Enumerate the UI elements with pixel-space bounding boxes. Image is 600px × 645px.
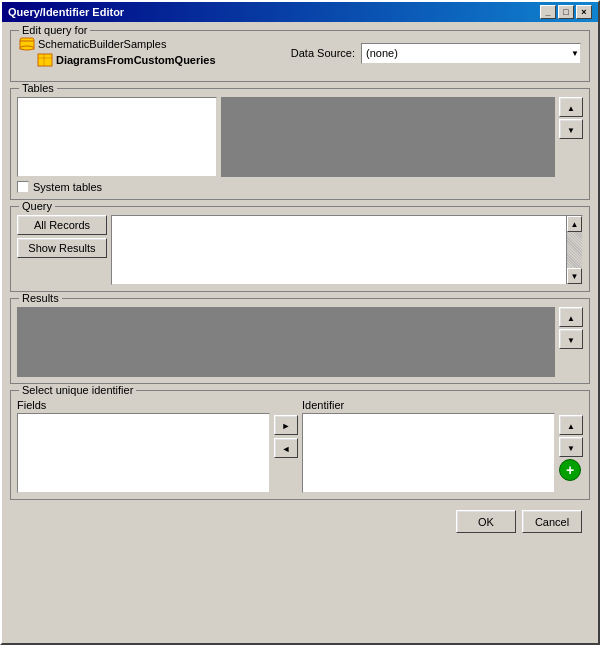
arrow-left-icon — [282, 442, 291, 454]
tree-parent-item: SchematicBuilderSamples — [19, 37, 216, 51]
down-arrow-icon — [567, 123, 575, 135]
fields-list[interactable] — [17, 413, 270, 493]
query-title: Query — [19, 200, 55, 212]
mid-buttons — [274, 399, 298, 458]
arrow-right-icon — [282, 419, 291, 431]
tables-right-area — [221, 97, 555, 177]
results-area — [17, 307, 555, 377]
window-body: Edit query for SchematicBuilderSamples — [2, 22, 598, 549]
right-buttons: + — [559, 399, 583, 481]
show-results-button[interactable]: Show Results — [17, 238, 107, 258]
results-section: Results — [10, 298, 590, 384]
results-up-button[interactable] — [559, 307, 583, 327]
results-arrow-buttons — [559, 307, 583, 349]
up-arrow-icon — [567, 101, 575, 113]
identifier-down-icon — [567, 441, 575, 453]
query-text-area[interactable]: ▲ ▼ — [111, 215, 583, 285]
edit-query-section: Edit query for SchematicBuilderSamples — [10, 30, 590, 82]
system-tables-label: System tables — [33, 181, 102, 193]
tables-title: Tables — [19, 82, 57, 94]
tables-up-button[interactable] — [559, 97, 583, 117]
query-scrollbar[interactable]: ▲ ▼ — [566, 216, 582, 284]
data-source-label: Data Source: — [291, 47, 355, 59]
data-source-select[interactable]: (none) — [361, 43, 581, 64]
svg-point-2 — [20, 46, 34, 50]
results-content — [17, 307, 583, 377]
close-button[interactable]: × — [576, 5, 592, 19]
tables-content — [17, 97, 583, 177]
fields-label: Fields — [17, 399, 270, 411]
tree-child-item: DiagramsFromCustomQueries — [37, 53, 216, 67]
edit-query-label: Edit query for — [19, 24, 90, 36]
plus-icon: + — [566, 462, 574, 478]
identifier-up-button[interactable] — [559, 415, 583, 435]
scrollbar-up-btn[interactable]: ▲ — [567, 216, 582, 232]
title-bar-buttons: _ □ × — [540, 5, 592, 19]
identifier-down-button[interactable] — [559, 437, 583, 457]
query-section: Query All Records Show Results ▲ ▼ — [10, 206, 590, 292]
identifier-section: Select unique identifier Fields — [10, 390, 590, 500]
cancel-button[interactable]: Cancel — [522, 510, 582, 533]
data-source-select-wrapper: (none) — [361, 43, 581, 64]
move-left-button[interactable] — [274, 438, 298, 458]
scrollbar-track — [567, 232, 582, 268]
title-bar: Query/Identifier Editor _ □ × — [2, 2, 598, 22]
footer-bar: OK Cancel — [10, 506, 590, 541]
results-down-icon — [567, 333, 575, 345]
results-title: Results — [19, 292, 62, 304]
query-content: All Records Show Results ▲ ▼ — [17, 215, 583, 285]
tree-child-label: DiagramsFromCustomQueries — [56, 54, 216, 66]
tree-child-container: DiagramsFromCustomQueries — [37, 53, 216, 67]
ok-button[interactable]: OK — [456, 510, 516, 533]
tables-section: Tables System tables — [10, 88, 590, 200]
minimize-button[interactable]: _ — [540, 5, 556, 19]
identifier-label: Identifier — [302, 399, 555, 411]
add-identifier-button[interactable]: + — [559, 459, 581, 481]
database-icon — [19, 37, 35, 51]
svg-rect-3 — [38, 54, 52, 66]
results-up-icon — [567, 311, 575, 323]
move-right-button[interactable] — [274, 415, 298, 435]
window-title: Query/Identifier Editor — [8, 6, 124, 18]
identifier-box: Identifier — [302, 399, 555, 493]
table-icon — [37, 53, 53, 67]
tree-parent-label: SchematicBuilderSamples — [38, 38, 166, 50]
scrollbar-down-btn[interactable]: ▼ — [567, 268, 582, 284]
maximize-button[interactable]: □ — [558, 5, 574, 19]
identifier-title: Select unique identifier — [19, 384, 136, 396]
data-source-row: Data Source: (none) — [291, 43, 581, 64]
all-records-button[interactable]: All Records — [17, 215, 107, 235]
tables-left-list[interactable] — [17, 97, 217, 177]
tables-arrow-buttons — [559, 97, 583, 139]
system-tables-checkbox[interactable] — [17, 181, 29, 193]
identifier-list[interactable] — [302, 413, 555, 493]
main-window: Query/Identifier Editor _ □ × Edit query… — [0, 0, 600, 645]
results-down-button[interactable] — [559, 329, 583, 349]
query-buttons: All Records Show Results — [17, 215, 107, 285]
identifier-up-icon — [567, 419, 575, 431]
tables-down-button[interactable] — [559, 119, 583, 139]
tree-container: SchematicBuilderSamples Diagra — [19, 37, 216, 69]
system-tables-row: System tables — [17, 181, 583, 193]
fields-box: Fields — [17, 399, 270, 493]
identifier-content: Fields Identifier — [17, 399, 583, 493]
